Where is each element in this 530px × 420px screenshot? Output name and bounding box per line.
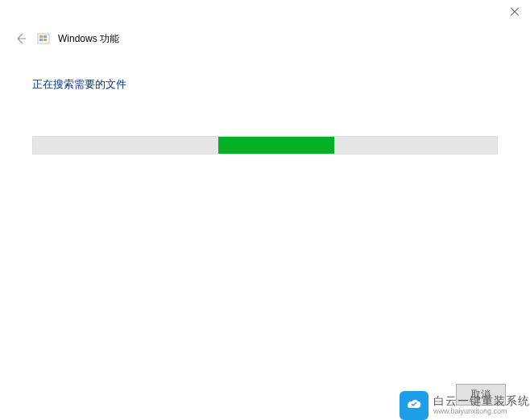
header: Windows 功能 — [0, 23, 530, 55]
svg-rect-1 — [39, 35, 43, 38]
window-title: Windows 功能 — [58, 32, 119, 46]
progress-bar — [32, 136, 498, 154]
svg-rect-3 — [39, 39, 43, 41]
svg-rect-2 — [43, 35, 47, 38]
footer: 取消 — [456, 384, 506, 406]
back-arrow-icon — [14, 32, 27, 45]
cancel-button[interactable]: 取消 — [456, 384, 506, 406]
back-button[interactable] — [13, 31, 29, 47]
status-text: 正在搜索需要的文件 — [32, 77, 498, 92]
windows-features-icon — [37, 32, 50, 45]
progress-fill — [218, 137, 334, 154]
close-button[interactable] — [509, 6, 520, 17]
watermark-logo-icon — [400, 391, 429, 420]
watermark-url: www.baiyunxitong.com — [433, 408, 530, 416]
content-area: 正在搜索需要的文件 — [0, 55, 530, 177]
titlebar — [0, 0, 530, 23]
svg-rect-4 — [43, 39, 47, 41]
